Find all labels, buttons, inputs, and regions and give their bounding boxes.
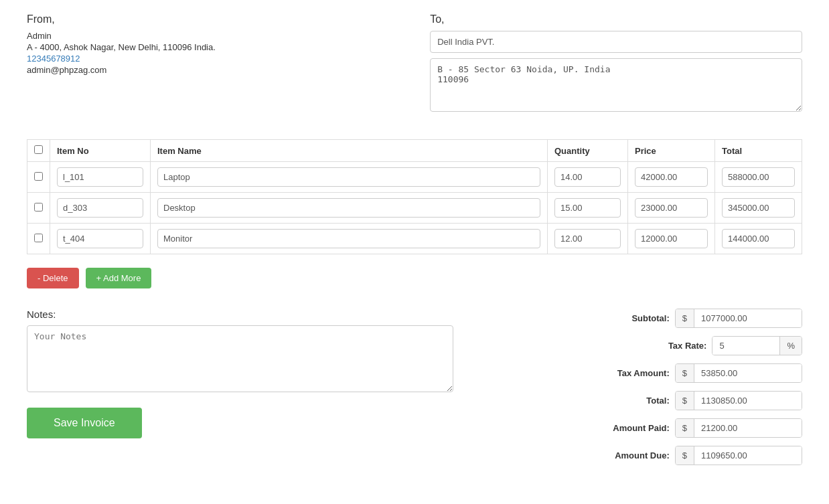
- tax-amount-label: Tax Amount:: [596, 368, 670, 378]
- row-qty-cell: [548, 224, 628, 254]
- subtotal-currency: $: [676, 309, 694, 327]
- row-total-input-0[interactable]: [722, 167, 795, 187]
- from-email: admin@phpzag.com: [27, 65, 399, 75]
- delete-button[interactable]: - Delete: [27, 268, 79, 288]
- tax-rate-input-group: %: [712, 336, 802, 355]
- row-price-input-1[interactable]: [635, 198, 708, 218]
- table-row: [27, 224, 802, 254]
- row-total-cell: [715, 193, 802, 224]
- amount-due-input[interactable]: [694, 446, 802, 465]
- to-label: To,: [430, 13, 802, 25]
- from-address: A - 4000, Ashok Nagar, New Delhi, 110096…: [27, 42, 399, 52]
- amount-due-input-group: $: [675, 446, 802, 465]
- total-row: Total: $: [492, 391, 802, 410]
- save-invoice-button[interactable]: Save Invoice: [27, 408, 142, 438]
- row-qty-input-0[interactable]: [554, 167, 621, 187]
- row-item-name-cell: [151, 224, 548, 254]
- total-currency: $: [676, 392, 694, 410]
- row-item-no-input-2[interactable]: [57, 229, 143, 248]
- row-price-cell: [628, 224, 715, 254]
- amount-paid-input-group: $: [675, 418, 802, 438]
- header-total: Total: [715, 140, 802, 162]
- row-qty-input-1[interactable]: [554, 198, 621, 218]
- tax-rate-label: Tax Rate:: [633, 341, 706, 351]
- row-checkbox-1[interactable]: [34, 203, 43, 212]
- row-price-cell: [628, 162, 715, 193]
- row-item-name-cell: [151, 193, 548, 224]
- row-checkbox-cell: [27, 224, 50, 254]
- select-all-checkbox[interactable]: [34, 145, 43, 154]
- tax-rate-suffix: %: [779, 337, 802, 355]
- header-quantity: Quantity: [548, 140, 628, 162]
- notes-section: Notes: Save Invoice: [27, 309, 453, 438]
- row-total-input-1[interactable]: [722, 198, 795, 218]
- header-price: Price: [628, 140, 715, 162]
- row-total-input-2[interactable]: [722, 229, 795, 248]
- table-row: [27, 193, 802, 224]
- amount-due-currency: $: [676, 446, 694, 465]
- total-input-group: $: [675, 391, 802, 410]
- notes-textarea[interactable]: [27, 325, 453, 392]
- tax-amount-input[interactable]: [694, 364, 802, 382]
- from-label: From,: [27, 13, 399, 25]
- from-name: Admin: [27, 31, 399, 41]
- subtotal-label: Subtotal:: [596, 313, 670, 323]
- row-qty-cell: [548, 162, 628, 193]
- to-section: To,: [430, 13, 802, 119]
- tax-amount-currency: $: [676, 364, 694, 382]
- select-all-header: [27, 140, 50, 162]
- row-total-cell: [715, 224, 802, 254]
- tax-rate-input[interactable]: [712, 337, 779, 355]
- row-qty-input-2[interactable]: [554, 229, 621, 248]
- amount-paid-currency: $: [676, 419, 694, 437]
- amount-paid-row: Amount Paid: $: [492, 418, 802, 438]
- summary-section: Subtotal: $ Tax Rate: % Tax Amount: $ To…: [492, 309, 802, 473]
- amount-paid-label: Amount Paid:: [596, 423, 670, 433]
- row-checkbox-0[interactable]: [34, 172, 43, 181]
- row-checkbox-cell: [27, 162, 50, 193]
- from-section: From, Admin A - 4000, Ashok Nagar, New D…: [27, 13, 399, 119]
- to-address-input[interactable]: [430, 58, 802, 112]
- add-more-button[interactable]: + Add More: [86, 268, 152, 288]
- subtotal-input-group: $: [675, 309, 802, 328]
- subtotal-input[interactable]: [694, 309, 802, 327]
- row-item-no-cell: [50, 193, 151, 224]
- row-item-no-input-0[interactable]: [57, 167, 143, 187]
- row-item-no-cell: [50, 224, 151, 254]
- amount-paid-input[interactable]: [694, 419, 802, 437]
- header-item-name: Item Name: [151, 140, 548, 162]
- total-label: Total:: [596, 396, 670, 406]
- row-checkbox-2[interactable]: [34, 234, 43, 242]
- row-checkbox-cell: [27, 193, 50, 224]
- row-item-name-input-2[interactable]: [157, 229, 540, 248]
- row-item-no-input-1[interactable]: [57, 198, 143, 218]
- table-row: [27, 162, 802, 193]
- row-price-input-0[interactable]: [635, 167, 708, 187]
- action-buttons: - Delete + Add More: [27, 268, 802, 288]
- row-price-input-2[interactable]: [635, 229, 708, 248]
- tax-amount-input-group: $: [675, 363, 802, 383]
- total-input[interactable]: [694, 392, 802, 410]
- row-qty-cell: [548, 193, 628, 224]
- tax-amount-row: Tax Amount: $: [492, 363, 802, 383]
- to-company-input[interactable]: [430, 31, 802, 53]
- header-item-no: Item No: [50, 140, 151, 162]
- save-btn-section: Save Invoice: [27, 408, 453, 438]
- row-item-no-cell: [50, 162, 151, 193]
- notes-label: Notes:: [27, 309, 453, 320]
- row-item-name-cell: [151, 162, 548, 193]
- amount-due-label: Amount Due:: [596, 450, 670, 460]
- row-item-name-input-1[interactable]: [157, 198, 540, 218]
- from-phone: 12345678912: [27, 54, 399, 64]
- tax-rate-row: Tax Rate: %: [492, 336, 802, 355]
- subtotal-row: Subtotal: $: [492, 309, 802, 328]
- bottom-section: Notes: Save Invoice Subtotal: $ Tax Rate…: [27, 309, 802, 473]
- items-table: Item No Item Name Quantity Price Total: [27, 139, 802, 254]
- row-item-name-input-0[interactable]: [157, 167, 540, 187]
- amount-due-row: Amount Due: $: [492, 446, 802, 465]
- row-price-cell: [628, 193, 715, 224]
- row-total-cell: [715, 162, 802, 193]
